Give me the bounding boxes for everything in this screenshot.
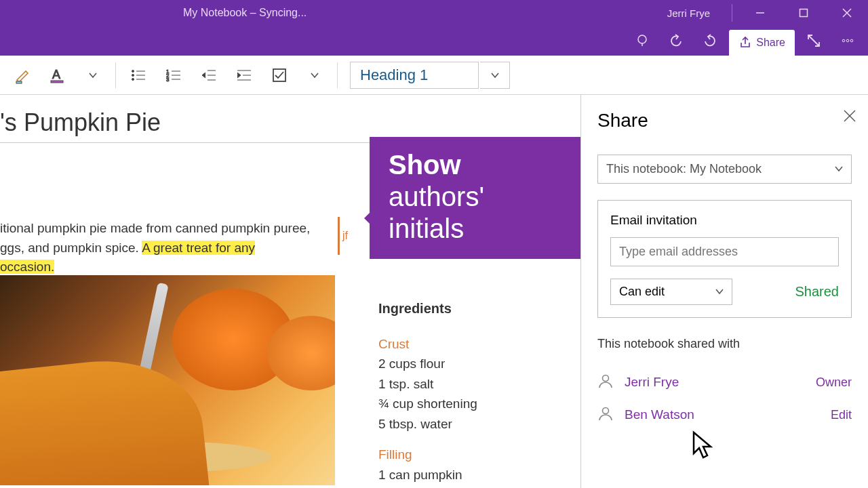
window-title: My Notebook – Syncing... [183, 7, 307, 19]
svg-text:A: A [52, 68, 60, 81]
callout-tooltip: Show authors' initials [370, 137, 580, 259]
font-color-icon[interactable]: A [41, 60, 75, 90]
shared-status: Shared [795, 284, 840, 300]
svg-rect-1 [800, 9, 808, 17]
svg-line-6 [808, 35, 819, 46]
crust-heading: Crust [378, 334, 569, 354]
person-role: Edit [831, 408, 852, 422]
svg-point-4 [638, 35, 646, 43]
ingredients-heading: Ingredients [378, 298, 569, 319]
filling-heading: Filling [378, 445, 569, 464]
list-item: ¾ cup shortening [378, 394, 569, 413]
person-icon [597, 373, 614, 392]
svg-rect-12 [51, 81, 63, 83]
recipe-image [0, 275, 335, 485]
share-pane-title: Share [597, 110, 852, 131]
svg-point-34 [603, 375, 609, 382]
bullets-icon[interactable] [121, 60, 155, 90]
list-item: 2 cups flour [378, 354, 569, 373]
chevron-down-icon[interactable] [480, 62, 510, 89]
indent-icon[interactable] [227, 60, 261, 90]
user-name[interactable]: Jerri Frye [667, 7, 710, 19]
svg-point-9 [850, 39, 853, 42]
close-icon[interactable] [844, 110, 856, 125]
svg-point-8 [846, 39, 849, 42]
ribbon-toolbar: A 123 Heading 1 [0, 56, 868, 95]
page-canvas[interactable]: 's Pumpkin Pie itional pumpkin pie made … [0, 95, 580, 488]
maximize-button[interactable] [788, 0, 819, 26]
more-icon[interactable] [833, 28, 863, 53]
person-name: Ben Watson [625, 407, 694, 422]
permission-select[interactable]: Can edit [610, 279, 732, 305]
outdent-icon[interactable] [192, 60, 226, 90]
highlighter-icon[interactable] [5, 60, 39, 90]
chevron-down-icon[interactable] [298, 60, 332, 90]
share-button[interactable]: Share [729, 30, 795, 56]
author-initials[interactable]: jf [338, 217, 348, 255]
svg-text:3: 3 [166, 77, 170, 83]
share-pane: Share This notebook: My Notebook Email i… [580, 95, 868, 488]
svg-point-35 [603, 408, 609, 414]
share-button-label: Share [756, 37, 785, 49]
divider [732, 4, 732, 22]
svg-rect-31 [273, 69, 285, 81]
list-item: 1 can sweetened condensed milk [378, 485, 569, 488]
close-button[interactable] [831, 0, 863, 26]
notebook-select[interactable]: This notebook: My Notebook [597, 155, 852, 184]
minimize-button[interactable] [745, 0, 776, 26]
command-bar: Share [0, 26, 868, 56]
email-input[interactable] [610, 237, 839, 266]
list-item: 1 can pumpkin [378, 465, 569, 485]
email-invitation-label: Email invitation [610, 213, 839, 228]
style-dropdown[interactable]: Heading 1 [350, 62, 479, 89]
numbering-icon[interactable]: 123 [157, 60, 191, 90]
chevron-down-icon[interactable] [76, 60, 110, 90]
todo-tag-icon[interactable] [262, 60, 296, 90]
person-name: Jerri Frye [625, 375, 679, 390]
svg-point-17 [132, 78, 134, 80]
shared-with-label: This notebook shared with [597, 337, 852, 351]
shared-person-row[interactable]: Ben Watson Edit [597, 399, 852, 431]
list-item: 5 tbsp. water [378, 414, 569, 434]
undo-icon[interactable] [661, 28, 691, 53]
svg-point-13 [132, 70, 134, 72]
redo-icon[interactable] [695, 28, 725, 53]
person-icon [597, 405, 614, 424]
person-role: Owner [816, 375, 852, 390]
tell-me-icon[interactable] [627, 28, 657, 53]
list-item: 1 tsp. salt [378, 374, 569, 394]
svg-point-7 [842, 39, 845, 42]
shared-person-row[interactable]: Jerri Frye Owner [597, 366, 852, 399]
ingredients-block[interactable]: Ingredients Crust 2 cups flour 1 tsp. sa… [378, 298, 569, 488]
page-description[interactable]: itional pumpkin pie made from canned pum… [0, 219, 312, 277]
email-invitation-box: Email invitation Can edit Shared [597, 200, 852, 318]
title-bar: My Notebook – Syncing... Jerri Frye [0, 0, 868, 26]
svg-rect-10 [16, 81, 22, 83]
fullscreen-icon[interactable] [799, 28, 829, 53]
svg-point-15 [132, 74, 134, 76]
